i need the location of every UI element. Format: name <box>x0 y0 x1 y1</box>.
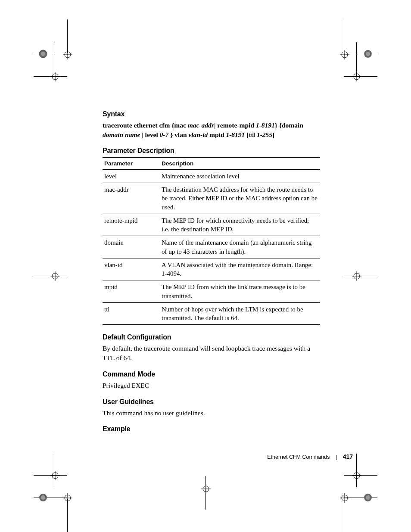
crosshair-icon <box>340 493 349 503</box>
register-mark-icon <box>363 493 373 502</box>
table-row: mac-addrThe destination MAC address for … <box>103 183 320 214</box>
heading-default-configuration: Default Configuration <box>103 333 322 341</box>
register-mark-icon <box>363 49 373 59</box>
crosshair-icon <box>201 484 211 494</box>
svg-point-1 <box>41 52 45 56</box>
table-row: ttlNumber of hops over which the LTM is … <box>103 302 320 325</box>
table-row: vlan-idA VLAN associated with the mainte… <box>103 258 320 280</box>
table-row: remote-mpidThe MEP ID for which connecti… <box>103 214 320 236</box>
crosshair-icon <box>63 493 72 503</box>
default-configuration-text: By default, the traceroute command will … <box>103 344 322 362</box>
footer-page-number: 417 <box>343 453 353 460</box>
heading-command-mode: Command Mode <box>103 370 322 378</box>
register-mark-icon <box>38 49 48 59</box>
svg-point-9 <box>366 52 370 56</box>
parameter-table: Parameter Description levelMaintenance a… <box>103 157 320 325</box>
syntax-block: traceroute ethernet cfm {mac mac-addr| r… <box>103 121 322 140</box>
heading-example: Example <box>103 425 322 433</box>
heading-parameter-description: Parameter Description <box>103 147 322 155</box>
crosshair-icon <box>352 72 361 81</box>
crosshair-icon <box>352 471 361 480</box>
heading-syntax: Syntax <box>103 110 322 118</box>
heading-user-guidelines: User Guidelines <box>103 398 322 406</box>
page-footer: Ethernet CFM Commands | 417 <box>267 453 353 460</box>
crosshair-icon <box>352 271 361 281</box>
svg-point-26 <box>41 495 45 500</box>
footer-section: Ethernet CFM Commands <box>267 454 330 460</box>
table-row: domainName of the maintenance domain (an… <box>103 236 320 258</box>
crosshair-icon <box>63 50 72 59</box>
command-mode-text: Privileged EXEC <box>103 381 322 390</box>
table-header-description: Description <box>160 157 320 169</box>
table-header-parameter: Parameter <box>103 157 160 169</box>
table-row: levelMaintenance association level <box>103 169 320 183</box>
crosshair-icon <box>50 271 60 281</box>
table-row: mpidThe MEP ID from which the link trace… <box>103 280 320 303</box>
footer-separator-icon: | <box>336 454 337 460</box>
user-guidelines-text: This command has no user guidelines. <box>103 408 322 418</box>
crosshair-icon <box>340 50 349 59</box>
crosshair-icon <box>50 72 60 81</box>
svg-point-37 <box>366 495 370 500</box>
register-mark-icon <box>38 493 48 502</box>
page-content: Syntax traceroute ethernet cfm {mac mac-… <box>103 110 322 436</box>
crosshair-icon <box>50 471 60 480</box>
